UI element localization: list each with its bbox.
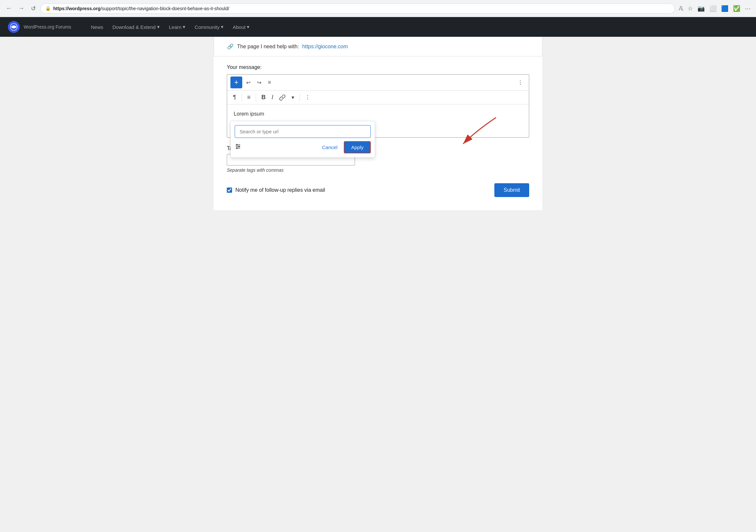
message-label: Your message:	[227, 64, 529, 70]
nav-news[interactable]: News	[87, 22, 107, 33]
align-button[interactable]: ≡	[245, 92, 254, 103]
nav-download[interactable]: Download & Extend ▾	[108, 21, 164, 33]
nav-community[interactable]: Community ▾	[191, 21, 228, 33]
message-section: Your message: + ↩ ↪ ≡ ⋮ ¶ ≡	[214, 57, 542, 138]
format-divider-2	[256, 93, 256, 101]
svg-point-6	[236, 147, 237, 148]
block-editor: + ↩ ↪ ≡ ⋮ ¶ ≡ B I	[227, 74, 529, 138]
page-help-prefix: The page I need help with:	[237, 44, 299, 50]
forward-button[interactable]: →	[16, 4, 26, 13]
add-block-button[interactable]: +	[230, 77, 242, 89]
paragraph-button[interactable]: ¶	[230, 92, 239, 103]
url-text: https://wordpress.org/support/topic/the-…	[53, 6, 229, 11]
reader-mode-button[interactable]: 𝔸	[677, 4, 684, 13]
community-chevron-icon: ▾	[221, 24, 224, 30]
download-chevron-icon: ▾	[157, 24, 160, 30]
svg-point-4	[236, 144, 237, 145]
cancel-button[interactable]: Cancel	[319, 142, 341, 152]
favorites-button[interactable]: ☆	[686, 4, 694, 13]
nav-about[interactable]: About ▾	[229, 21, 254, 33]
top-more-options-button[interactable]: ⋮	[515, 78, 526, 88]
wp-logo	[8, 21, 20, 33]
editor-format-toolbar: ¶ ≡ B I ▾ ⋮	[227, 90, 529, 104]
page-wrapper: 🔗 The page I need help with: https://gio…	[0, 37, 756, 532]
url-popup: Cancel Apply	[230, 121, 375, 158]
browser-chrome: ← → ↺ 🔒 https://wordpress.org/support/to…	[0, 0, 756, 17]
page-help-link[interactable]: https://giocone.com	[302, 44, 348, 50]
link-button[interactable]	[277, 92, 288, 103]
redo-button[interactable]: ↪	[255, 78, 264, 88]
editor-top-toolbar: + ↩ ↪ ≡ ⋮	[227, 75, 529, 90]
italic-button[interactable]: I	[269, 92, 276, 103]
refresh-button[interactable]: ↺	[29, 4, 38, 13]
about-chevron-icon: ▾	[247, 24, 250, 30]
address-bar[interactable]: 🔒 https://wordpress.org/support/topic/th…	[40, 4, 675, 13]
url-settings-icon[interactable]	[235, 143, 241, 151]
back-button[interactable]: ←	[4, 4, 14, 13]
content-text: Lorem ipsum	[234, 111, 522, 117]
notify-text: Notify me of follow-up replies via email	[235, 187, 325, 193]
format-divider-3	[299, 93, 300, 101]
screenshot-button[interactable]: 📷	[696, 4, 706, 13]
url-popup-actions: Cancel Apply	[235, 141, 371, 153]
site-name: WordPress.org Forums	[24, 24, 71, 30]
tags-hint: Separate tags with commas	[227, 167, 529, 173]
list-view-button[interactable]: ≡	[265, 78, 274, 88]
url-search-input[interactable]	[235, 125, 371, 138]
notify-checkbox[interactable]	[227, 188, 232, 193]
nav-learn[interactable]: Learn ▾	[165, 21, 189, 33]
url-domain: https://wordpress.org/support/topic/the-…	[53, 6, 229, 11]
editor-content[interactable]: Lorem ipsum	[227, 104, 529, 137]
format-divider-1	[242, 93, 242, 101]
notify-label[interactable]: Notify me of follow-up replies via email	[227, 187, 325, 193]
extension-button[interactable]: 🟦	[720, 4, 730, 13]
apply-button[interactable]: Apply	[344, 141, 371, 153]
inner-wrapper: 🔗 The page I need help with: https://gio…	[214, 37, 542, 210]
undo-button[interactable]: ↩	[244, 78, 253, 88]
browser-action-button[interactable]: ⬜	[708, 4, 718, 13]
submit-row: Notify me of follow-up replies via email…	[214, 178, 542, 210]
submit-button[interactable]: Submit	[494, 183, 529, 197]
more-button[interactable]: ⋯	[743, 4, 752, 13]
format-dropdown-button[interactable]: ▾	[289, 92, 297, 102]
profile-button[interactable]: ✅	[732, 4, 742, 13]
wp-nav-links: News Download & Extend ▾ Learn ▾ Communi…	[87, 21, 254, 33]
more-format-button[interactable]: ⋮	[302, 92, 313, 102]
bold-button[interactable]: B	[259, 92, 268, 103]
svg-point-5	[239, 146, 240, 147]
browser-tools: 𝔸 ☆ 📷 ⬜ 🟦 ✅ ⋯	[677, 4, 752, 13]
lock-icon: 🔒	[45, 6, 51, 11]
wp-navbar: WordPress.org Forums News Download & Ext…	[0, 17, 756, 37]
learn-chevron-icon: ▾	[183, 24, 185, 30]
page-help-section: 🔗 The page I need help with: https://gio…	[214, 37, 542, 57]
link-icon: 🔗	[227, 43, 234, 50]
